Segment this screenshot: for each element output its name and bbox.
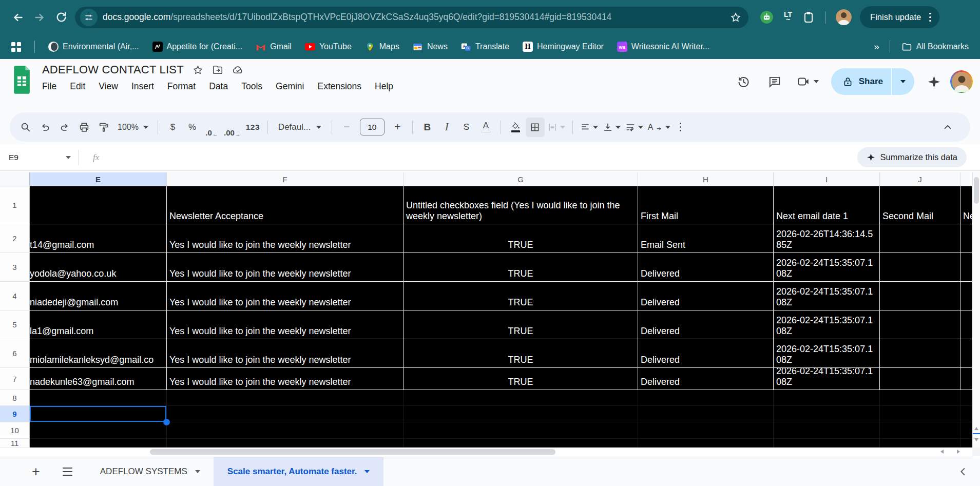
menu-data[interactable]: Data: [205, 80, 232, 93]
increase-font-size-button[interactable]: +: [388, 118, 407, 137]
extension-bot-icon[interactable]: [760, 10, 774, 24]
cell-J5[interactable]: [880, 310, 960, 339]
cell-F2[interactable]: Yes I would like to join the weekly news…: [167, 224, 403, 253]
cell-F5[interactable]: Yes I would like to join the weekly news…: [167, 310, 403, 339]
cell-I10[interactable]: [774, 422, 880, 439]
reload-button[interactable]: [50, 7, 72, 28]
cell-K6[interactable]: [960, 339, 972, 368]
row-header-8[interactable]: 8: [0, 390, 30, 406]
browser-profile-avatar[interactable]: [836, 9, 852, 25]
document-status-cloud-icon[interactable]: [232, 64, 244, 76]
cell-K7[interactable]: [960, 368, 972, 390]
vertical-scrollbar[interactable]: [972, 172, 980, 448]
cell-E7[interactable]: nadekunle63@gmail.com: [30, 368, 167, 390]
row-header-3[interactable]: 3: [0, 253, 30, 282]
collapse-side-panel-button[interactable]: [957, 466, 969, 477]
bookmark-writesonic[interactable]: wsWritesonic AI Writer...: [617, 42, 709, 52]
cell-G1[interactable]: Untitled checkboxes field (Yes I would l…: [403, 186, 638, 224]
cell-E5[interactable]: la1@gmail.com: [30, 310, 167, 339]
cell-G11[interactable]: [403, 439, 638, 448]
column-header-J[interactable]: J: [880, 172, 960, 186]
menu-edit[interactable]: Edit: [66, 80, 89, 93]
cell-H9[interactable]: [638, 406, 774, 422]
bookmark-maps[interactable]: Maps: [365, 42, 399, 52]
scroll-up-arrow[interactable]: [974, 427, 978, 430]
cell-I11[interactable]: [774, 439, 880, 448]
vertical-scrollbar-thumb[interactable]: [974, 177, 979, 204]
formula-input[interactable]: [99, 144, 857, 170]
borders-button[interactable]: [526, 118, 545, 137]
name-box-caret[interactable]: [66, 156, 71, 159]
merge-cells-button[interactable]: [545, 118, 567, 137]
row-header-6[interactable]: 6: [0, 339, 30, 368]
cell-F7[interactable]: Yes I would like to join the weekly news…: [167, 368, 403, 390]
cell-I1[interactable]: Next email date 1: [774, 186, 880, 224]
cell-E6[interactable]: miolamilekanleksyd@gmail.co: [30, 339, 167, 368]
address-bar[interactable]: docs.google.com/spreadsheets/d/17UibodlZ…: [75, 7, 748, 28]
menu-insert[interactable]: Insert: [127, 80, 158, 93]
toolbar-more-button[interactable]: [673, 118, 688, 137]
search-menus-button[interactable]: [16, 118, 35, 137]
bookmark-news[interactable]: News: [413, 42, 448, 52]
select-all-corner[interactable]: [0, 172, 30, 186]
apps-grid-icon[interactable]: [11, 42, 21, 52]
share-button[interactable]: Share: [831, 68, 914, 95]
column-header-I[interactable]: I: [774, 172, 880, 186]
bookmark-translate[interactable]: AGTranslate: [461, 42, 509, 52]
back-button[interactable]: [7, 7, 29, 28]
cell-J4[interactable]: [880, 282, 960, 310]
summarize-data-button[interactable]: Summarize this data: [857, 147, 967, 167]
menu-extensions[interactable]: Extensions: [313, 80, 366, 93]
cell-E3[interactable]: yodola@yahoo.co.uk: [30, 253, 167, 282]
font-select[interactable]: Defaul...: [273, 118, 326, 137]
horizontal-scrollbar-thumb[interactable]: [150, 449, 555, 455]
bookmark-hemingway[interactable]: HHemingway Editor: [523, 42, 604, 52]
text-rotation-button[interactable]: A: [646, 118, 672, 137]
finish-update-button[interactable]: Finish update: [860, 6, 939, 28]
site-info-icon[interactable]: [80, 9, 98, 26]
paint-format-button[interactable]: [94, 118, 113, 137]
cell-J10[interactable]: [880, 422, 960, 439]
horizontal-scrollbar[interactable]: [0, 448, 972, 456]
bookmark-gmail[interactable]: Gmail: [256, 42, 292, 52]
cell-J2[interactable]: [880, 224, 960, 253]
cell-E10[interactable]: [30, 422, 167, 439]
extension-clipboard-icon[interactable]: [802, 11, 815, 24]
column-header-H[interactable]: H: [638, 172, 774, 186]
format-currency-button[interactable]: $: [163, 118, 182, 137]
cell-I5[interactable]: 2026-02-24T15:35:07.108Z: [774, 310, 880, 339]
menu-format[interactable]: Format: [163, 80, 200, 93]
fill-color-button[interactable]: [506, 118, 525, 137]
cell-E4[interactable]: niadedeji@gmail.com: [30, 282, 167, 310]
bookmark-star-button[interactable]: [730, 12, 741, 23]
move-to-folder-button[interactable]: [212, 64, 223, 75]
redo-button[interactable]: [55, 118, 74, 137]
scroll-right-arrow[interactable]: [957, 450, 960, 454]
row-header-4[interactable]: 4: [0, 282, 30, 310]
forward-button[interactable]: [29, 7, 50, 28]
decrease-font-size-button[interactable]: −: [337, 118, 356, 137]
cell-H3[interactable]: Delivered: [638, 253, 774, 282]
sheet-tab-active[interactable]: Scale smarter, Automate faster.: [214, 457, 384, 486]
scroll-left-arrow[interactable]: [940, 450, 944, 454]
cell-F6[interactable]: Yes I would like to join the weekly news…: [167, 339, 403, 368]
cell-E1[interactable]: [30, 186, 167, 224]
menu-gemini[interactable]: Gemini: [272, 80, 308, 93]
horizontal-align-button[interactable]: [578, 118, 600, 137]
cell-K11[interactable]: [960, 439, 972, 448]
cell-K2[interactable]: [960, 224, 972, 253]
cell-H4[interactable]: Delivered: [638, 282, 774, 310]
strikethrough-button[interactable]: S: [457, 118, 476, 137]
scroll-down-arrow[interactable]: [974, 438, 978, 441]
bookmark-youtube[interactable]: YouTube: [305, 42, 352, 52]
browser-menu-kebab-icon[interactable]: [927, 11, 933, 24]
menu-tools[interactable]: Tools: [237, 80, 266, 93]
share-dropdown-caret[interactable]: [892, 80, 914, 83]
more-formats-button[interactable]: 123: [243, 118, 262, 137]
bookmark-globe[interactable]: Environmental (Air,...: [48, 42, 139, 52]
cell-I2[interactable]: 2026-02-26T14:36:14.585Z: [774, 224, 880, 253]
row-header-10[interactable]: 10: [0, 422, 30, 439]
cell-G10[interactable]: [403, 422, 638, 439]
cell-G4[interactable]: TRUE: [403, 282, 638, 310]
cell-H6[interactable]: Delivered: [638, 339, 774, 368]
